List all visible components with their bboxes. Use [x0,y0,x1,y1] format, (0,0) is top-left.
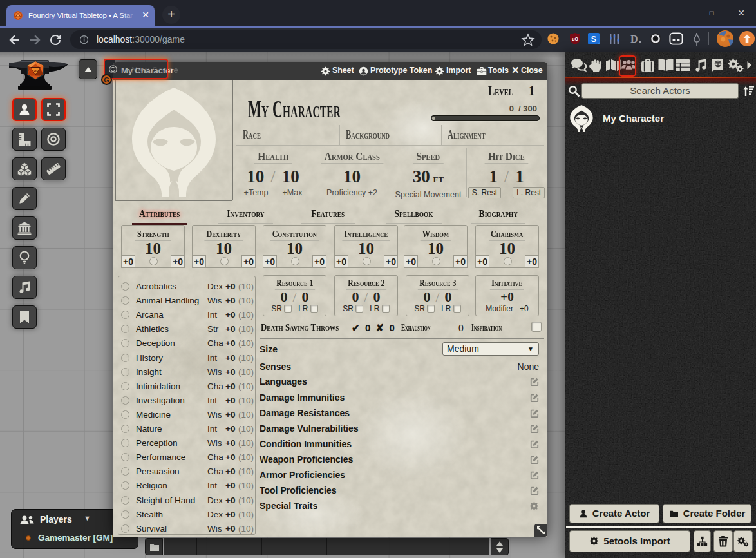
svg-text:S: S [591,35,596,44]
svg-text:D: D [630,34,638,44]
svg-text:uO: uO [572,37,578,41]
svg-text:20: 20 [33,69,37,73]
